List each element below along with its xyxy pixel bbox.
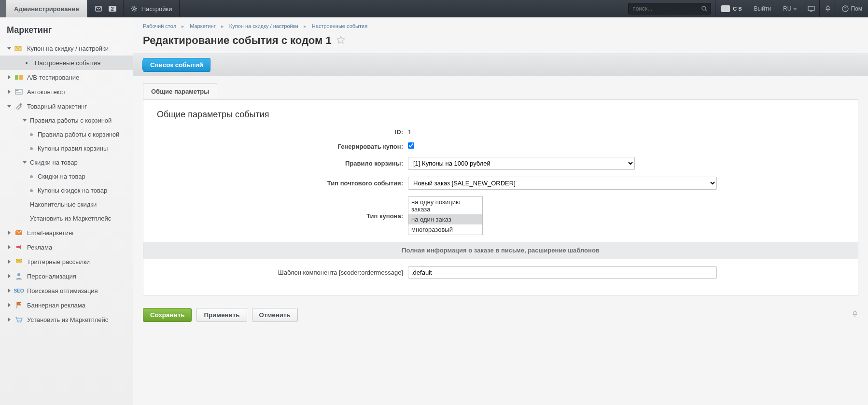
main-content: Рабочий стол ▸ Маркетинг ▸ Купон на скид… [133,17,868,405]
sidebar-item-cart-rules-child[interactable]: Правила работы с корзиной [0,127,133,141]
flag-icon [14,301,23,309]
screen-toggle-button[interactable] [803,0,819,17]
sidebar-item-label: Накопительные скидки [30,201,97,208]
tab-general[interactable]: Общие параметры [143,83,217,99]
sidebar-item-product-marketing[interactable]: Товарный маркетинг [0,99,133,113]
user-menu[interactable]: C S [715,0,747,17]
sidebar-item-marketplace-install[interactable]: Установить из Маркетплейс [0,211,133,225]
notification-badge: 2 [109,6,116,12]
seo-icon: SEO [14,287,23,294]
search-input[interactable] [629,3,711,14]
mail-discount-icon [14,44,23,52]
event-type-select[interactable]: Новый заказ [SALE_NEW_ORDER] [408,177,717,190]
notifications-button[interactable]: 2 [88,0,124,17]
label-id: ID: [167,128,408,136]
sidebar-item-label: Настроенные события [35,59,100,67]
logout-link[interactable]: Выйти [748,0,777,17]
user-name: C S [733,6,742,12]
cancel-button[interactable]: Отменить [252,308,298,322]
sidebar-item-events[interactable]: ▪ Настроенные события [0,56,133,70]
search-box[interactable] [628,3,711,14]
context-icon [14,88,23,96]
sidebar-item-label: Автоконтекст [27,88,66,96]
cart-rule-select[interactable]: [1] Купоны на 1000 рублей [408,157,635,170]
template-input[interactable] [408,266,717,279]
screen-icon [808,6,815,12]
page-title-row: Редактирование события с кодом 1 [133,29,868,54]
panel-pin-button[interactable] [852,310,858,320]
topbar-gutter [0,0,6,17]
breadcrumb-coupon[interactable]: Купон на скидку / настройки [229,23,298,29]
language-switch[interactable]: RU [777,0,803,17]
event-list-button[interactable]: Список событий [143,58,210,72]
avatar-icon [721,5,730,12]
svg-rect-9 [15,89,22,94]
action-bar: Список событий [133,54,868,76]
breadcrumb-desktop[interactable]: Рабочий стол [143,23,176,29]
sidebar-item-product-discounts[interactable]: Скидки на товар [0,155,133,169]
svg-point-2 [702,6,706,10]
chevron-right-icon [7,288,12,293]
gear-icon [131,5,138,12]
star-icon [336,36,345,44]
sidebar-item-abtest[interactable]: A/B-тестирование [0,70,133,84]
svg-point-12 [20,103,22,105]
apply-button[interactable]: Применить [196,308,247,322]
sidebar-item-email-marketing[interactable]: Email-маркетинг [0,225,133,240]
sidebar-item-ads[interactable]: Реклама [0,240,133,254]
chevron-right-icon [7,317,12,322]
sidebar-item-label: Скидки на товар [30,159,78,166]
sidebar-item-cumulative[interactable]: Накопительные скидки [0,197,133,211]
sidebar-item-label: Установить из Маркетплейс [27,316,108,323]
sidebar-item-discount-coupons[interactable]: Купоны скидок на товар [0,183,133,197]
svg-rect-7 [15,75,18,80]
generate-coupon-checkbox[interactable] [408,142,414,149]
person-icon [14,272,23,280]
dot-icon [30,133,33,136]
search-icon [701,5,708,12]
sidebar-item-banner[interactable]: Баннерная реклама [0,298,133,312]
language-label: RU [783,5,791,12]
sidebar-item-marketplace-install-2[interactable]: Установить из Маркетплейс [0,312,133,327]
tabs: Общие параметры [133,76,868,99]
breadcrumb-sep: ▸ [221,23,224,29]
sidebar-item-label: Персонализация [27,273,76,280]
sidebar-item-label: Триггерные рассылки [27,258,90,265]
sidebar-item-autocontext[interactable]: Автоконтекст [0,84,133,99]
breadcrumb-marketing[interactable]: Маркетинг [190,23,215,29]
sidebar-item-cart-rules[interactable]: Правила работы с корзиной [0,113,133,127]
settings-label: Настройки [141,5,172,13]
bullet-icon: ▪ [22,59,31,67]
footer-buttons: Сохранить Применить Отменить [143,303,858,327]
chevron-right-icon [7,89,12,94]
svg-rect-3 [808,6,814,11]
coupon-type-option-3[interactable]: многоразовый [408,224,482,235]
chevron-down-icon [7,46,12,51]
favorite-star-button[interactable] [336,36,345,46]
topbar-title[interactable]: Администрирование [6,0,87,17]
sidebar-item-personal[interactable]: Персонализация [0,269,133,283]
sidebar-item-label: Правила работы с корзиной [38,131,119,138]
label-coupon-type: Тип купона: [167,212,408,220]
coupon-type-listbox[interactable]: на одну позицию заказа на один заказ мно… [408,196,483,235]
svg-text:?: ? [844,6,847,11]
trigger-icon [14,258,23,265]
sidebar-item-label: Купон на скидку / настройки [27,45,109,52]
sidebar-item-label: Товарный маркетинг [27,103,87,110]
pin-button[interactable] [819,0,836,17]
sidebar-item-label: Реклама [27,244,52,251]
email-marketing-icon [14,229,23,237]
value-id: 1 [408,128,835,136]
coupon-type-option-1[interactable]: на одну позицию заказа [408,197,482,214]
sidebar-item-coupon[interactable]: Купон на скидку / настройки [0,41,133,56]
settings-button[interactable]: Настройки [124,0,180,17]
sidebar-item-cart-coupons[interactable]: Купоны правил корзины [0,141,133,155]
sidebar-item-product-discounts-child[interactable]: Скидки на товар [0,169,133,183]
sidebar-item-trigger[interactable]: Триггерные рассылки [0,254,133,269]
help-button[interactable]: ? Пом [836,0,868,17]
sidebar-item-seo[interactable]: SEO Поисковая оптимизация [0,283,133,298]
coupon-type-option-2[interactable]: на один заказ [408,214,482,224]
save-button[interactable]: Сохранить [143,308,192,322]
breadcrumb-events[interactable]: Настроенные события [312,23,367,29]
pin-icon [825,5,831,12]
